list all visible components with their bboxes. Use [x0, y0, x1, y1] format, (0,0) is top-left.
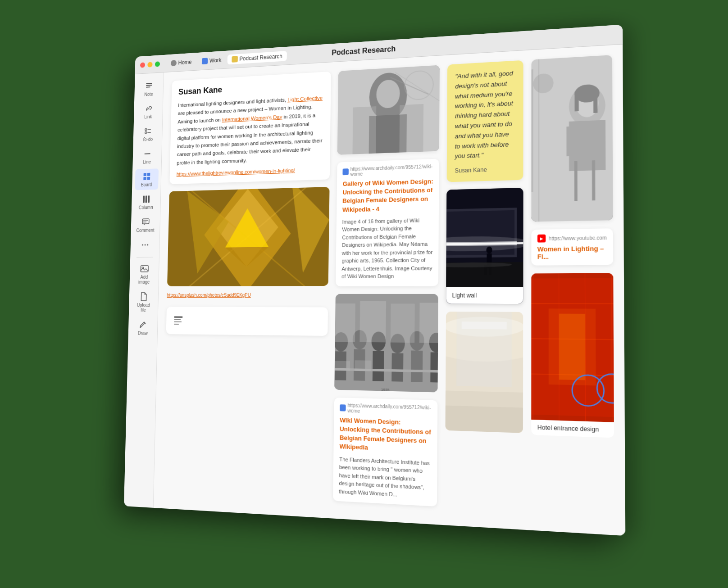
link1-favicon	[343, 168, 349, 175]
portrait-bw-card	[337, 65, 440, 155]
tab-work[interactable]: Work	[197, 54, 226, 66]
sidebar-item-line[interactable]: Line	[135, 146, 159, 167]
svg-rect-57	[411, 350, 423, 382]
unsplash-url[interactable]: https://unsplash.com/photos/cSudd9EKgPU	[167, 293, 328, 298]
column-icon	[141, 194, 151, 204]
svg-rect-100	[593, 90, 597, 113]
svg-rect-102	[566, 126, 577, 156]
svg-rect-34	[174, 317, 182, 318]
svg-rect-0	[146, 83, 152, 84]
svg-rect-36	[174, 321, 182, 322]
svg-rect-9	[147, 173, 150, 176]
svg-rect-61	[335, 361, 350, 371]
sidebar-item-todo[interactable]: To-do	[136, 123, 160, 145]
sidebar-upload-label: Upload file	[134, 303, 153, 312]
svg-point-20	[144, 244, 146, 245]
portrait-bw-image	[337, 65, 440, 155]
maximize-button[interactable]	[155, 61, 160, 67]
upload-file-icon	[139, 292, 148, 302]
sidebar-item-draw[interactable]: Draw	[131, 317, 155, 339]
sidebar-item-column[interactable]: Column	[134, 191, 158, 213]
sidebar-comment-label: Comment	[136, 228, 154, 233]
light-wall-card: Light wall	[446, 188, 523, 304]
light-collective-link[interactable]: Light Collective	[287, 95, 323, 102]
column-3: "And with it all, good design's not abou…	[445, 60, 523, 520]
svg-rect-15	[142, 219, 149, 224]
woman-portrait-svg	[531, 55, 613, 222]
svg-rect-12	[143, 196, 145, 203]
group-photo-svg: 1935	[335, 294, 439, 393]
svg-rect-53	[373, 351, 384, 381]
yt-url: https://www.youtube.com	[549, 235, 607, 241]
yt-title[interactable]: Women in Lighting – Fl...	[537, 244, 607, 260]
youtube-card: https://www.youtube.com Women in Lightin…	[531, 228, 613, 266]
text-icon	[173, 315, 183, 326]
hotel-image	[531, 273, 614, 422]
sidebar-item-more[interactable]	[133, 237, 157, 254]
link2-header: https://www.archdaily.com/955712/wiki-wo…	[334, 398, 438, 456]
main-layout: Note Link	[124, 45, 625, 536]
minimize-button[interactable]	[147, 62, 152, 67]
column-4: https://www.youtube.com Women in Lightin…	[531, 55, 614, 525]
sidebar-board-label: Board	[141, 182, 152, 187]
sidebar-item-note[interactable]: Note	[137, 78, 160, 100]
womens-day-link[interactable]: International Women's Day	[222, 114, 282, 122]
light-wall-svg	[446, 188, 523, 287]
yt-header: https://www.youtube.com	[537, 234, 607, 243]
tab-home[interactable]: Home	[166, 57, 196, 68]
page-title: Podcast Research	[332, 45, 396, 57]
svg-rect-55	[392, 353, 404, 381]
link2-description: The Flanders Architecture Institute has …	[333, 455, 437, 507]
comment-icon	[141, 217, 150, 227]
svg-line-115	[531, 303, 614, 304]
svg-rect-66	[419, 303, 438, 343]
link2-title[interactable]: Wiki Women Design: Unlocking the Contrib…	[339, 416, 432, 455]
sidebar-link-label: Link	[144, 114, 152, 120]
svg-rect-119	[559, 314, 586, 380]
quote-card: "And with it all, good design's not abou…	[447, 60, 523, 182]
svg-rect-10	[143, 177, 146, 180]
sidebar-draw-label: Draw	[138, 330, 148, 335]
svg-rect-65	[391, 303, 415, 343]
sidebar-add-image-label: Add image	[135, 275, 153, 285]
tab-home-label: Home	[178, 59, 191, 66]
board-icon	[142, 172, 151, 181]
svg-rect-11	[147, 177, 150, 180]
home-icon	[171, 59, 177, 66]
tab-podcast[interactable]: Podcast Research	[227, 51, 287, 64]
sidebar-note-label: Note	[144, 92, 153, 97]
svg-rect-1	[146, 85, 152, 86]
link2-url-row: https://www.archdaily.com/955712/wiki-wo…	[340, 403, 432, 416]
link2-url: https://www.archdaily.com/955712/wiki-wo…	[347, 403, 432, 416]
column-1: Susan Kane International lighting design…	[162, 72, 331, 508]
sidebar-column-label: Column	[139, 205, 153, 210]
svg-rect-41	[353, 106, 377, 154]
woman-portrait-image	[531, 55, 613, 222]
wiki-women-link2-card: https://www.archdaily.com/955712/wiki-wo…	[333, 398, 437, 507]
bottom-text-card	[166, 307, 328, 336]
sidebar-item-board[interactable]: Board	[135, 168, 159, 190]
light-wall-caption: Light wall	[446, 287, 523, 304]
sidebar-item-upload-file[interactable]: Upload file	[132, 289, 155, 315]
svg-rect-13	[145, 195, 147, 203]
close-button[interactable]	[140, 62, 145, 68]
link1-title[interactable]: Gallery of Wiki Women Design: Unlocking …	[342, 177, 433, 214]
svg-line-7	[144, 154, 150, 154]
svg-rect-104	[574, 161, 578, 201]
quote-author: Susan Kane	[455, 166, 515, 174]
women-in-lighting-url[interactable]: https://www.thelightreviewonline.com/wom…	[177, 167, 323, 177]
hotel-card: Hotel entrance design	[531, 273, 614, 438]
svg-rect-91	[456, 312, 512, 387]
app-screen: Home Work Podcast Research Podcast Resea…	[124, 25, 625, 536]
work-icon	[202, 58, 208, 64]
svg-rect-2	[146, 86, 150, 87]
tab-work-label: Work	[209, 57, 222, 64]
sidebar-item-link[interactable]: Link	[136, 100, 160, 122]
sidebar-item-comment[interactable]: Comment	[133, 214, 157, 236]
svg-text:1935: 1935	[381, 387, 390, 392]
nav-tabs: Home Work Podcast Research	[166, 51, 287, 68]
portrait-bw-svg	[337, 65, 440, 155]
sidebar-item-add-image[interactable]: Add image	[132, 261, 156, 287]
todo-icon	[143, 126, 153, 136]
hotel-caption: Hotel entrance design	[531, 420, 614, 438]
